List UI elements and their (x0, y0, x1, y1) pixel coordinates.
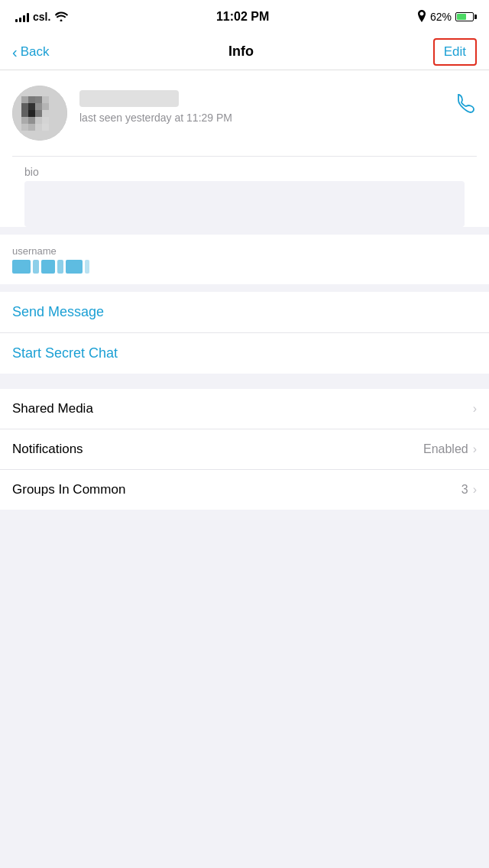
username-pixel-3 (41, 260, 55, 274)
shared-media-row[interactable]: Shared Media › (0, 389, 489, 429)
username-pixel-6 (85, 260, 89, 274)
notifications-label: Notifications (12, 442, 83, 457)
notifications-right: Enabled › (423, 442, 477, 456)
groups-in-common-right: 3 › (461, 483, 477, 497)
bio-label: bio (24, 166, 465, 181)
notifications-chevron: › (473, 442, 477, 456)
username-pixel-1 (12, 260, 31, 274)
time-label: 11:02 PM (216, 10, 269, 24)
back-label: Back (21, 44, 50, 60)
svg-rect-16 (42, 117, 49, 124)
last-seen-label: last seen yesterday at 11:29 PM (79, 112, 442, 124)
wifi-icon (54, 11, 68, 24)
bio-section: bio (12, 157, 477, 227)
send-message-label: Send Message (12, 304, 104, 319)
avatar (12, 86, 67, 141)
svg-rect-9 (21, 110, 28, 117)
settings-section: Shared Media › Notifications Enabled › G… (0, 389, 489, 510)
signal-icon (15, 11, 29, 22)
battery-percent: 62% (430, 11, 452, 23)
svg-rect-17 (21, 124, 28, 131)
battery-icon (455, 12, 474, 21)
username-value (12, 260, 477, 274)
svg-rect-7 (35, 103, 42, 110)
svg-rect-2 (28, 96, 35, 103)
edit-button[interactable]: Edit (433, 38, 477, 66)
page-title: Info (228, 44, 254, 60)
svg-rect-10 (28, 110, 35, 117)
svg-rect-6 (28, 103, 35, 110)
section-gap-2 (0, 284, 489, 292)
svg-rect-15 (35, 117, 42, 124)
svg-rect-13 (21, 117, 28, 124)
phone-icon[interactable] (454, 86, 477, 120)
svg-rect-1 (21, 96, 28, 103)
groups-in-common-label: Groups In Common (12, 482, 125, 497)
svg-rect-5 (21, 103, 28, 110)
svg-rect-3 (35, 96, 42, 103)
carrier-label: csl. (33, 11, 50, 23)
shared-media-label: Shared Media (12, 401, 93, 416)
status-right: 62% (417, 10, 474, 24)
svg-rect-12 (42, 110, 49, 117)
shared-media-right: › (473, 402, 477, 416)
username-pixel-4 (57, 260, 63, 274)
username-row: username (0, 235, 489, 284)
back-chevron-icon: ‹ (12, 44, 18, 60)
start-secret-chat-label: Start Secret Chat (12, 345, 118, 361)
svg-rect-20 (42, 124, 49, 131)
status-left: csl. (15, 11, 68, 24)
svg-rect-8 (42, 103, 49, 110)
username-label: username (12, 245, 477, 257)
svg-rect-14 (28, 117, 35, 124)
section-gap-3 (0, 374, 489, 381)
bio-content (24, 181, 465, 227)
username-pixel-2 (33, 260, 39, 274)
profile-section: last seen yesterday at 11:29 PM bio (0, 70, 489, 227)
start-secret-chat-row[interactable]: Start Secret Chat (0, 333, 489, 374)
svg-rect-4 (42, 96, 49, 103)
groups-in-common-value: 3 (461, 483, 468, 497)
nav-bar: ‹ Back Info Edit (0, 34, 489, 70)
actions-section: Send Message Start Secret Chat (0, 292, 489, 374)
section-gap-1 (0, 227, 489, 235)
profile-info: last seen yesterday at 11:29 PM (79, 86, 442, 124)
groups-in-common-row[interactable]: Groups In Common 3 › (0, 470, 489, 510)
svg-rect-11 (35, 110, 42, 117)
notifications-value: Enabled (423, 442, 468, 456)
groups-in-common-chevron: › (473, 483, 477, 497)
status-bar: csl. 11:02 PM 62% (0, 0, 489, 34)
shared-media-chevron: › (473, 402, 477, 416)
back-button[interactable]: ‹ Back (12, 44, 49, 60)
send-message-row[interactable]: Send Message (0, 292, 489, 333)
notifications-row[interactable]: Notifications Enabled › (0, 429, 489, 470)
profile-name-placeholder (79, 90, 179, 107)
profile-header: last seen yesterday at 11:29 PM (12, 86, 477, 157)
svg-rect-18 (28, 124, 35, 131)
location-icon (417, 10, 426, 24)
svg-rect-19 (35, 124, 42, 131)
username-pixel-5 (66, 260, 83, 274)
username-section: username (0, 235, 489, 284)
